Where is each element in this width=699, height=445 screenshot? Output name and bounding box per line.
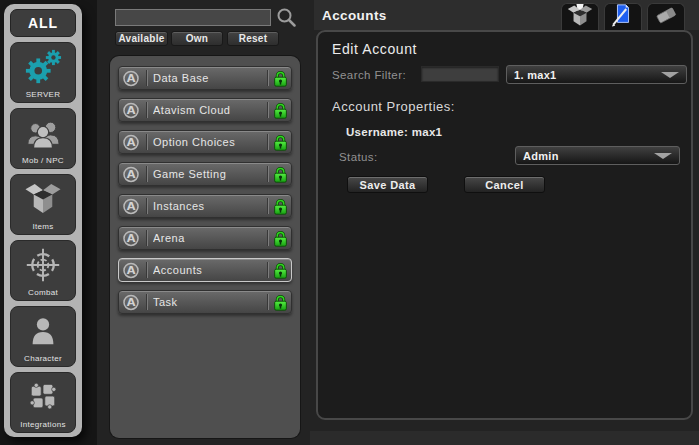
divider [146,70,147,86]
account-select[interactable]: 1. max1 [506,65,687,84]
divider [146,134,147,150]
green-lock-icon [274,102,287,119]
green-lock-icon [274,230,287,247]
sidebar-item-label: Mob / NPC [22,156,64,168]
status-select[interactable]: Admin [515,146,680,165]
atavism-logo-icon [122,133,140,151]
search-filter-label: Search Filter: [332,69,406,81]
divider [267,70,268,86]
edit-account-panel: Edit Account Search Filter: 1. max1 Acco… [316,30,693,420]
divider [146,102,147,118]
edit-note-icon [611,3,635,31]
save-data-button[interactable]: Save Data [347,176,428,193]
account-properties-heading: Account Properties: [332,99,455,114]
sidebar-item-integrations[interactable]: Integrations [10,372,76,433]
divider [267,134,268,150]
account-select-value: 1. max1 [514,69,556,81]
magnifier-icon[interactable] [276,7,296,27]
sidebar-item-mob-npc[interactable]: Mob / NPC [10,108,76,169]
available-button[interactable]: Available [115,31,168,46]
module-label: Instances [153,200,261,212]
gears-icon [11,43,75,90]
open-box-icon [567,4,593,31]
sidebar-item-label: Character [24,354,62,366]
own-button[interactable]: Own [171,31,223,46]
sidebar-item-label: Items [32,222,53,234]
module-list: Data Base Atavism Cloud Option Choices [110,56,300,438]
divider [146,294,147,310]
sidebar-item-all[interactable]: ALL [10,9,76,37]
search-input[interactable] [115,9,271,26]
module-label: Game Setting [153,168,261,180]
atavism-logo-icon [122,197,140,215]
atavism-editor-window: ALL SERVER Mob / NPC Items Combat Charac… [0,0,699,445]
module-row[interactable]: Instances [118,194,292,218]
divider [267,102,268,118]
module-row[interactable]: Accounts [118,258,292,282]
box-tab[interactable] [561,3,599,30]
username-value: max1 [412,126,443,138]
erase-tab[interactable] [647,3,685,30]
module-label: Task [153,296,261,308]
sidebar-item-items[interactable]: Items [10,174,76,235]
category-sidebar: ALL SERVER Mob / NPC Items Combat Charac… [4,4,82,437]
green-lock-icon [274,262,287,279]
sidebar-item-character[interactable]: Character [10,306,76,367]
cancel-button[interactable]: Cancel [464,176,545,193]
sidebar-item-label: Combat [28,288,58,300]
status-label: Status: [339,151,378,163]
atavism-logo-icon [122,69,140,87]
chevron-down-icon [654,153,672,159]
atavism-logo-icon [122,229,140,247]
divider [267,294,268,310]
sidebar-item-label: Integrations [20,420,65,432]
edit-tab[interactable] [604,3,642,30]
bottom-scroll-track [310,431,699,445]
module-row[interactable]: Atavism Cloud [118,98,292,122]
puzzle-icon [11,373,75,420]
divider [267,262,268,278]
divider [267,166,268,182]
module-row[interactable]: Game Setting [118,162,292,186]
green-lock-icon [274,70,287,87]
module-label: Data Base [153,72,261,84]
reset-button[interactable]: Reset [227,31,279,46]
status-select-value: Admin [523,150,559,162]
module-row[interactable]: Task [118,290,292,314]
divider [146,166,147,182]
divider [267,230,268,246]
person-icon [11,307,75,354]
module-label: Accounts [153,264,261,276]
atavism-logo-icon [122,165,140,183]
module-row[interactable]: Arena [118,226,292,250]
atavism-logo-icon [122,261,140,279]
atavism-logo-icon [122,101,140,119]
eraser-icon [654,3,678,31]
username-line: Username: max1 [346,126,442,138]
green-lock-icon [274,198,287,215]
divider [146,230,147,246]
module-label: Arena [153,232,261,244]
sidebar-item-combat[interactable]: Combat [10,240,76,301]
sidebar-item-server[interactable]: SERVER [10,42,76,103]
module-row[interactable]: Option Choices [118,130,292,154]
green-lock-icon [274,294,287,311]
edit-account-heading: Edit Account [332,41,417,57]
module-label: Atavism Cloud [153,104,261,116]
divider [267,198,268,214]
module-row[interactable]: Data Base [118,66,292,90]
divider [146,198,147,214]
green-lock-icon [274,166,287,183]
panel-title: Accounts [322,0,387,30]
search-filter-input[interactable] [421,66,499,82]
module-label: Option Choices [153,136,261,148]
all-label: ALL [28,15,58,31]
sidebar-item-label: SERVER [26,90,61,102]
divider [146,262,147,278]
chevron-down-icon [661,72,679,78]
atavism-logo-icon [122,293,140,311]
target-icon [11,241,75,288]
green-lock-icon [274,134,287,151]
username-label: Username: [346,126,408,138]
box-icon [11,175,75,222]
